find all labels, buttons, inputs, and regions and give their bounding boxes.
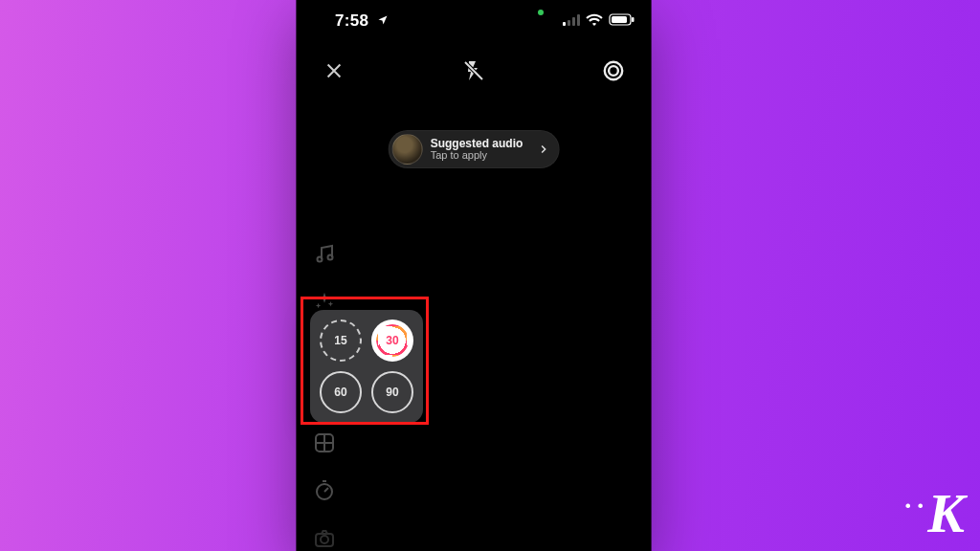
duration-option-90[interactable]: 90 (371, 371, 413, 413)
svg-rect-2 (632, 17, 635, 22)
settings-icon (601, 58, 626, 83)
audio-thumbnail (392, 134, 423, 165)
speed-button[interactable] (310, 476, 339, 505)
timer-icon (313, 479, 336, 502)
more-button[interactable] (310, 524, 339, 551)
music-icon (313, 242, 336, 265)
battery-icon (609, 13, 635, 26)
camera-toolbar (297, 48, 651, 94)
tool-rail (310, 239, 339, 316)
svg-point-12 (321, 536, 328, 543)
wifi-icon (586, 13, 603, 26)
status-bar: 7:58 (297, 10, 651, 36)
duration-option-30[interactable]: 30 (371, 320, 413, 362)
privacy-dot (538, 10, 544, 15)
phone-frame: 7:58 (297, 0, 651, 551)
music-button[interactable] (310, 239, 339, 268)
duration-label: 30 (386, 334, 398, 347)
svg-point-5 (605, 62, 622, 79)
location-icon (377, 11, 389, 31)
chevron-right-icon (532, 139, 553, 160)
pill-title: Suggested audio (431, 138, 523, 150)
app-stage: 7:58 (0, 0, 980, 551)
close-icon (323, 60, 345, 81)
suggested-audio-pill[interactable]: Suggested audio Tap to apply (389, 130, 560, 168)
watermark-dots: ∙∙ (904, 491, 929, 520)
cellular-icon (563, 14, 580, 26)
pill-subtitle: Tap to apply (431, 150, 523, 162)
duration-option-15[interactable]: 15 (320, 320, 362, 362)
camera-icon (313, 527, 336, 550)
flash-toggle[interactable] (457, 55, 490, 87)
settings-button[interactable] (597, 55, 630, 87)
pill-text: Suggested audio Tap to apply (431, 138, 523, 161)
status-right (563, 13, 635, 26)
duration-label: 90 (386, 386, 398, 399)
duration-label: 15 (334, 334, 346, 347)
watermark-letter: K (927, 482, 963, 544)
flash-off-icon (462, 59, 485, 82)
sparkle-icon (314, 291, 335, 312)
status-time: 7:58 (335, 11, 389, 31)
svg-rect-1 (612, 16, 627, 23)
svg-point-8 (328, 255, 333, 260)
layout-icon (313, 431, 336, 454)
svg-point-6 (609, 66, 618, 76)
layout-button[interactable] (310, 429, 339, 457)
watermark: ∙∙K (904, 481, 963, 545)
duration-option-60[interactable]: 60 (320, 371, 362, 413)
duration-picker: 15 30 60 90 (310, 310, 423, 423)
tool-rail-lower (310, 429, 339, 551)
clock-text: 7:58 (335, 11, 368, 30)
duration-label: 60 (334, 386, 346, 399)
close-button[interactable] (318, 55, 350, 87)
svg-point-7 (318, 257, 323, 262)
